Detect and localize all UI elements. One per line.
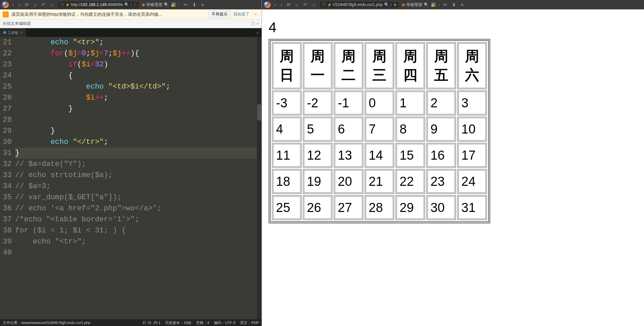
calendar-cell: 17 (457, 143, 487, 168)
download-icon[interactable]: ⬇ (451, 2, 457, 7)
calendar-cell: 12 (303, 143, 332, 168)
menu-icon[interactable]: ≡ (200, 2, 205, 7)
status-bar: 文件位置：/www/wwwroot/31t84678g9.imdo.co/1.p… (0, 319, 262, 326)
tab-file[interactable]: 1.php × (0, 28, 26, 37)
page-heading: 4 (269, 19, 637, 36)
close-icon[interactable]: × (252, 12, 259, 17)
status-history[interactable]: 历史版本：10份 (165, 320, 191, 325)
star-icon[interactable]: ☆ (133, 2, 137, 7)
undo-button[interactable]: ↶ (40, 2, 46, 7)
search-icon: 🔍 (424, 2, 429, 7)
status-language[interactable]: 语言：PHP (240, 320, 259, 325)
calendar-cell: 23 (426, 169, 456, 194)
calendar-cell: 21 (365, 169, 394, 194)
calendar-cell: 10 (457, 117, 487, 142)
forward-button[interactable]: › (18, 2, 21, 7)
search-icon[interactable]: 🔍 (384, 2, 389, 7)
editor-title-bar: 在线文本编辑器 ❐ × (0, 19, 262, 28)
calendar-cell: 24 (457, 169, 487, 194)
star-button[interactable]: ☆ (49, 2, 55, 7)
dropdown-icon[interactable]: ⁞ (131, 2, 132, 7)
calendar-cell: 28 (365, 195, 394, 220)
editor-title: 在线文本编辑器 (3, 21, 31, 26)
scissors-icon[interactable]: ✂ (442, 2, 448, 7)
chevron-up-icon[interactable]: ∧ (254, 31, 262, 35)
calendar-header: 周二 (334, 42, 363, 89)
calendar-cell: 19 (303, 169, 332, 194)
acknowledge-link[interactable]: 我知道了 (233, 11, 249, 17)
status-spaces[interactable]: 空格：4 (196, 320, 209, 325)
rendered-page: 4 周日周一周二周三周四周五周六-3-2-1012345678910111213… (262, 9, 644, 326)
insecure-icon: ⚡ (65, 3, 70, 7)
calendar-cell: 2 (426, 91, 456, 115)
calendar-header: 周四 (396, 42, 425, 89)
dismiss-button[interactable]: 不再提示 (209, 10, 231, 18)
security-warning-bar: ! 该页面采用不加密的http传输协议，与你建立的连接不安全，请勿在页面内输..… (0, 9, 262, 19)
editor-tabs: 1.php × ∧ (0, 28, 262, 37)
close-icon[interactable]: × (257, 21, 259, 26)
tab-close-icon[interactable]: × (20, 30, 22, 35)
search-icon: 🔍 (164, 2, 169, 7)
status-encoding[interactable]: 编码：UTF-8 (214, 320, 235, 325)
file-type-icon (3, 31, 6, 34)
scrollbar-thumb[interactable] (257, 104, 261, 121)
address-bar[interactable]: 🛡 ⚡ //31t84678g9.imdo.co/1.php 🔍 ⁞ ★ (320, 2, 399, 8)
calendar-cell: 16 (426, 143, 456, 168)
forward-button[interactable]: › (280, 2, 283, 7)
home-button[interactable]: ⌂ (33, 2, 37, 7)
calendar-cell: 11 (272, 143, 302, 168)
code-editor[interactable]: 2122232425262728293031323334353637383940… (0, 37, 262, 319)
browser-chrome-left: ‹ › ⟳ ⌂ ↶ ☆ 🛡 ⚡ http://192.168.2.149:888… (0, 0, 262, 9)
calendar-cell: 18 (272, 169, 302, 194)
calendar-cell: 30 (426, 195, 456, 220)
calendar-cell: 5 (303, 117, 332, 142)
browser-logo-icon (2, 1, 9, 8)
download-icon[interactable]: ⬇ (191, 2, 197, 7)
calendar-cell: 14 (365, 143, 394, 168)
calendar-cell: 0 (365, 91, 394, 115)
star-button[interactable]: ☆ (311, 2, 317, 7)
code-body[interactable]: echo "<tr>"; for($j=0;$j<7;$j++){ if($i<… (15, 37, 262, 319)
star-icon[interactable]: ★ (393, 2, 397, 7)
calendar-cell: 4 (272, 117, 302, 142)
calendar-cell: -1 (334, 91, 363, 115)
calendar-cell: 8 (396, 117, 425, 142)
back-button[interactable]: ‹ (11, 2, 15, 7)
line-gutter: 2122232425262728293031323334353637383940 (0, 37, 15, 319)
sogou-icon: ◉ (142, 2, 145, 7)
calendar-cell: 15 (396, 143, 425, 168)
calendar-cell: -2 (303, 91, 332, 115)
shield-icon: 🛡 (60, 2, 64, 7)
calendar-cell: 20 (334, 169, 363, 194)
search-icon[interactable]: 🔍 (124, 2, 129, 7)
warning-icon: ! (3, 11, 9, 17)
scrollbar[interactable] (257, 37, 262, 319)
dropdown-icon[interactable]: ⁞ (390, 2, 392, 7)
search-engine-pod[interactable]: ◉ 华春莹逆 🔍 (142, 2, 169, 8)
grid-apps-icon[interactable] (431, 3, 435, 7)
grid-apps-icon[interactable] (172, 3, 176, 7)
address-bar[interactable]: 🛡 ⚡ http://192.168.2.149:8888/file 🔍 ⁞ ☆ (58, 2, 139, 8)
divider: • (178, 2, 180, 7)
shield-icon: 🛡 (322, 2, 326, 7)
restore-icon[interactable]: ❐ (251, 21, 255, 26)
home-button[interactable]: ⌂ (294, 2, 299, 7)
undo-button[interactable]: ↶ (302, 2, 308, 7)
reload-button[interactable]: ⟳ (24, 2, 30, 7)
calendar-header: 周日 (272, 42, 302, 89)
back-button[interactable]: ‹ (273, 2, 277, 7)
menu-icon[interactable]: ≡ (460, 2, 464, 7)
calendar-cell: 7 (365, 117, 394, 142)
tab-label: 1.php (8, 30, 18, 35)
scissors-icon[interactable]: ✂ (183, 2, 189, 7)
reload-button[interactable]: ⟳ (286, 2, 292, 7)
status-position: 行 31 ,列 1 (143, 320, 160, 325)
calendar-cell: 29 (396, 195, 425, 220)
search-engine-pod[interactable]: ◉ 华春莹逆 🔍 (402, 2, 429, 8)
browser-logo-icon (264, 1, 271, 8)
status-path: 文件位置：/www/wwwroot/31t84678g9.imdo.co/1.p… (3, 320, 90, 325)
calendar-cell: 26 (303, 195, 332, 220)
divider: • (438, 2, 440, 7)
insecure-icon: ⚡ (327, 3, 331, 7)
calendar-header: 周三 (365, 42, 394, 89)
